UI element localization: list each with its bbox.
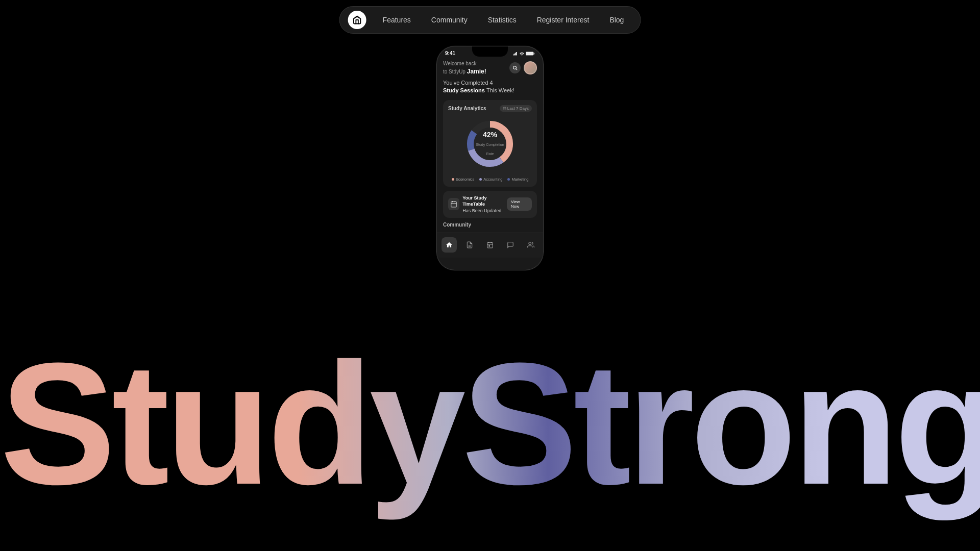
svg-rect-23 [487, 243, 493, 248]
welcome-name: Jamie! [467, 68, 486, 75]
completed-line2-prefix: Study Sessions [443, 87, 486, 93]
svg-rect-5 [526, 52, 533, 55]
legend-label-accounting: Accounting [483, 177, 502, 182]
completed-line2-suffix: This Week! [486, 87, 514, 93]
timetable-icon [448, 198, 459, 210]
phone-status-bar: 9:41 [437, 46, 543, 58]
phone-content: Welcome back to StdyUp Jamie! [437, 58, 543, 233]
svg-rect-9 [503, 107, 506, 110]
analytics-card: Study Analytics Last 7 Days [443, 100, 537, 187]
welcome-text-block: Welcome back to StdyUp Jamie! [443, 60, 486, 76]
phone-status-icons [513, 52, 535, 56]
legend-accounting: Accounting [479, 177, 502, 182]
completed-line1: You've Completed 4 [443, 80, 493, 86]
user-avatar[interactable] [524, 61, 537, 74]
nav-home[interactable] [442, 237, 457, 253]
nav-schedule[interactable] [482, 237, 498, 253]
svg-rect-0 [513, 54, 514, 55]
donut-center: 42% Study CompletionRate [476, 131, 504, 157]
nav-statistics[interactable]: Statistics [480, 13, 525, 27]
view-now-button[interactable]: View Now [507, 197, 532, 211]
nav-notes[interactable] [462, 237, 477, 253]
navbar: Features Community Statistics Register I… [339, 6, 641, 34]
community-section-title: Community [443, 222, 537, 230]
svg-rect-2 [515, 53, 516, 55]
timetable-subtitle: Has Been Updated [462, 208, 507, 214]
welcome-prefix: to StdyUp [443, 69, 467, 74]
svg-rect-3 [516, 52, 517, 56]
nav-chat[interactable] [503, 237, 518, 253]
nav-register[interactable]: Register Interest [529, 13, 598, 27]
nav-community[interactable] [523, 237, 538, 253]
svg-point-28 [529, 242, 531, 245]
completed-sessions: You've Completed 4 Study Sessions This W… [443, 79, 537, 95]
legend-dot-accounting [479, 178, 482, 181]
timetable-left: Your Study TimeTable Has Been Updated [448, 195, 507, 214]
timetable-title: Your Study TimeTable [462, 195, 507, 208]
analytics-title: Study Analytics [448, 106, 486, 111]
donut-percent: 42% [476, 131, 504, 139]
search-icon[interactable] [509, 62, 521, 73]
svg-line-8 [516, 69, 517, 70]
phone-body: 9:41 [436, 46, 544, 270]
legend-label-economics: Economics [456, 177, 475, 182]
phone-notch [472, 46, 508, 57]
svg-point-7 [513, 66, 517, 69]
phone-time: 9:41 [445, 51, 455, 56]
svg-rect-17 [451, 202, 457, 208]
svg-rect-1 [514, 54, 515, 56]
svg-rect-6 [534, 53, 535, 54]
legend-marketing: Marketing [507, 177, 528, 182]
legend-economics: Economics [452, 177, 475, 182]
analytics-header: Study Analytics Last 7 Days [448, 105, 532, 112]
welcome-line2: to StdyUp Jamie! [443, 67, 486, 76]
nav-blog[interactable]: Blog [601, 13, 632, 27]
svg-rect-27 [489, 246, 490, 247]
welcome-section: Welcome back to StdyUp Jamie! [443, 60, 537, 76]
legend-dot-marketing [507, 178, 510, 181]
nav-community[interactable]: Community [423, 13, 476, 27]
nav-features[interactable]: Features [375, 13, 419, 27]
date-badge-text: Last 7 Days [507, 106, 529, 111]
phone-mockup: 9:41 [436, 46, 544, 270]
date-badge: Last 7 Days [500, 105, 532, 112]
nav-logo[interactable] [348, 11, 366, 29]
timetable-card: Your Study TimeTable Has Been Updated Vi… [443, 191, 537, 218]
donut-label: Study CompletionRate [476, 143, 504, 156]
donut-chart: 42% Study CompletionRate [448, 116, 532, 172]
legend-dot-economics [452, 178, 454, 181]
legend-label-marketing: Marketing [511, 177, 528, 182]
welcome-icons [509, 61, 537, 74]
timetable-text: Your Study TimeTable Has Been Updated [462, 195, 507, 214]
chart-legend: Economics Accounting Marketing [448, 177, 532, 182]
svg-point-4 [522, 55, 523, 56]
welcome-line1: Welcome back [443, 60, 486, 67]
bottom-nav [437, 233, 543, 258]
background-text: StudyStrong [0, 337, 980, 510]
